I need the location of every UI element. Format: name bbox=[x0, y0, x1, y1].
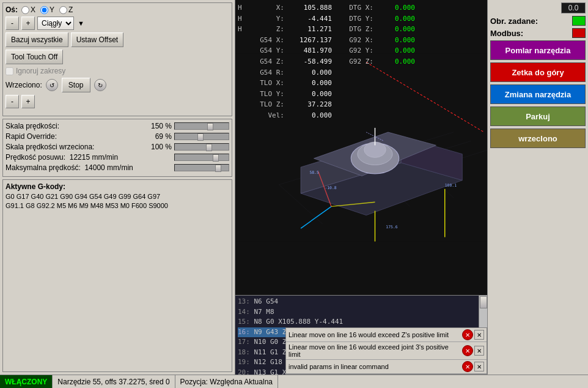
error-text-2: Linear move on line 16 would exceed join… bbox=[288, 343, 461, 358]
tool-touch-button[interactable]: Tool Touch Off bbox=[6, 50, 63, 64]
coord-row-tlox: TLO X: 0.000 bbox=[238, 78, 415, 89]
feed-thumb bbox=[213, 154, 219, 162]
speed-slider-2[interactable] bbox=[174, 133, 229, 140]
coord-key-tlox: TLO X: bbox=[248, 78, 284, 89]
visualization-area: 58.5 -10.8 175.6 100.1 H X: 105.888 DTG … bbox=[235, 0, 487, 295]
zmiana-button[interactable]: Zmiana narzędzia bbox=[490, 84, 586, 104]
error-close-1[interactable]: ✕ bbox=[462, 329, 473, 340]
speed-row-1: Skala prędkości: 150 % bbox=[6, 122, 229, 130]
wrzeciono-plus-button[interactable]: + bbox=[21, 95, 35, 108]
svg-text:58.5: 58.5 bbox=[309, 170, 319, 175]
coord-val-tloz: 37.228 bbox=[289, 99, 332, 110]
left-panel: Oś: X Y Z - + Ciągły bbox=[0, 0, 235, 375]
coord-key-tloy: TLO Y: bbox=[248, 89, 284, 100]
modbus-row: Modbus: bbox=[490, 28, 586, 38]
speed-thumb-2 bbox=[197, 133, 204, 141]
minus-button[interactable]: - bbox=[6, 17, 19, 30]
coord-val2-g54z: 0.000 bbox=[378, 56, 415, 67]
coord-val-tloy: 0.000 bbox=[289, 89, 332, 100]
feed-label: Prędkość posuwu: 12215 mm/min bbox=[6, 153, 174, 162]
wrzeciono-label: Wrzeciono: bbox=[6, 81, 42, 89]
pomlar-button[interactable]: Pomlar narzędzia bbox=[490, 40, 586, 60]
bazuj-button[interactable]: Bazuj wszystkie bbox=[6, 32, 68, 47]
speed-slider-3[interactable] bbox=[174, 143, 229, 151]
coord-val-g54r: 0.000 bbox=[289, 67, 332, 78]
error-x-1[interactable]: ✕ bbox=[474, 330, 484, 340]
speed-slider-1[interactable] bbox=[174, 122, 229, 130]
coord-prefix-g54z bbox=[238, 56, 243, 67]
axis-z-radio[interactable] bbox=[59, 6, 67, 14]
ustaw-button[interactable]: Ustaw Offset bbox=[71, 32, 123, 47]
speed-value-2: 69 % bbox=[141, 132, 172, 141]
wrzeciono-right-icon[interactable]: ↻ bbox=[94, 79, 106, 91]
svg-text:175.6: 175.6 bbox=[386, 225, 397, 229]
coord-prefix-tloy bbox=[238, 89, 243, 100]
coord-val2-hz: 0.000 bbox=[378, 24, 415, 35]
coord-prefix-vel bbox=[238, 110, 243, 121]
coord-val-hz: 11.271 bbox=[289, 24, 332, 35]
wrzeciono-minus-button[interactable]: - bbox=[6, 95, 19, 108]
wrzeclono-button[interactable]: wrzeclono bbox=[490, 129, 586, 148]
coord-key-tloz: TLO Z: bbox=[248, 99, 284, 110]
coord-row-g54x: G54 X: 1267.137 G92 X: 0.000 bbox=[238, 35, 415, 46]
coord-key-vel: Vel: bbox=[248, 110, 284, 121]
axis-x-radio[interactable] bbox=[21, 6, 29, 14]
coord-prefix-g54y bbox=[238, 45, 243, 56]
code-line-15: 15: N8 G0 X105.888 Y-4.441 bbox=[238, 317, 476, 327]
parkuj-button[interactable]: Parkuj bbox=[490, 106, 586, 126]
speed-section: Skala prędkości: 150 % Rapid Override: 6… bbox=[2, 119, 232, 177]
coord-key2-g54y: G92 Y: bbox=[337, 45, 373, 56]
coord-prefix-hy: H bbox=[238, 13, 243, 24]
coord-key-g54r: G54 R: bbox=[248, 67, 284, 78]
coord-val-hx: 105.888 bbox=[289, 2, 332, 13]
coord-val-g54z: -58.499 bbox=[289, 56, 332, 67]
coord-key-hz: Z: bbox=[248, 24, 284, 35]
coord-val2-hx: 0.000 bbox=[378, 2, 415, 13]
coord-key2-hy: DTG Y: bbox=[337, 13, 373, 24]
coord-prefix-tloz bbox=[238, 99, 243, 110]
coord-row-hx: H X: 105.888 DTG X: 0.000 bbox=[238, 2, 415, 13]
zetka-button[interactable]: Zetka do góry bbox=[490, 62, 586, 82]
max-slider[interactable] bbox=[174, 164, 229, 171]
wrzeciono-left-icon[interactable]: ↺ bbox=[46, 79, 58, 91]
coord-row-vel: Vel: 0.000 bbox=[238, 110, 415, 121]
status-label: WŁĄCZONY bbox=[5, 378, 47, 386]
mode-select[interactable]: Ciągły bbox=[37, 17, 74, 30]
error-close-3[interactable]: ✕ bbox=[462, 361, 473, 372]
max-speed-row: Maksymalna prędkość: 14000 mm/min bbox=[6, 163, 229, 172]
status-bar: WŁĄCZONY Narzędzie 55, offs 37.2275, śre… bbox=[0, 375, 588, 388]
coord-prefix-hz: H bbox=[238, 24, 243, 35]
speed-value-3: 100 % bbox=[141, 143, 172, 151]
stop-button[interactable]: Stop bbox=[62, 78, 90, 92]
max-label: Maksymalna prędkość: 14000 mm/min bbox=[6, 163, 174, 172]
position-label: Pozycja: Względna Aktualna bbox=[180, 378, 273, 386]
top-indicator: 0.0 bbox=[490, 2, 586, 13]
gcode-section: Aktywne G-kody: G0 G17 G40 G21 G90 G94 G… bbox=[2, 179, 232, 372]
ignoruj-checkbox bbox=[6, 67, 13, 75]
coord-key2-g54z: G92 Z: bbox=[337, 56, 373, 67]
error-row-1: Linear move on line 16 would exceed Z's … bbox=[286, 328, 487, 342]
obr-row: Obr. zadane: bbox=[490, 16, 586, 26]
coords-overlay: H X: 105.888 DTG X: 0.000 H Y: -4.441 DT… bbox=[238, 2, 415, 121]
speed-row-3: Skala prędkości wrzeciona: 100 % bbox=[6, 143, 229, 151]
coord-val2-g54y: 0.000 bbox=[378, 45, 415, 56]
error-x-3[interactable]: ✕ bbox=[474, 362, 484, 371]
error-close-2[interactable]: ✕ bbox=[462, 345, 473, 356]
coord-val2-g54x: 0.000 bbox=[378, 35, 415, 46]
tool-info-label: Narzędzie 55, offs 37.2275, śred 0 bbox=[57, 378, 169, 386]
error-x-2[interactable]: ✕ bbox=[474, 346, 484, 356]
axis-x-label[interactable]: X bbox=[21, 6, 35, 14]
speed-label-2: Rapid Override: bbox=[6, 132, 141, 141]
speed-thumb-1 bbox=[207, 123, 213, 130]
error-panel: Linear move on line 16 would exceed Z's … bbox=[285, 327, 487, 375]
modbus-label: Modbus: bbox=[490, 29, 568, 38]
plus-button[interactable]: + bbox=[21, 17, 35, 30]
speed-label-3: Skala prędkości wrzeciona: bbox=[6, 143, 141, 151]
status-włączony: WŁĄCZONY bbox=[0, 375, 53, 388]
axis-y-label[interactable]: Y bbox=[40, 6, 54, 14]
axis-y-radio[interactable] bbox=[40, 6, 48, 14]
axis-z-label[interactable]: Z bbox=[59, 6, 73, 14]
speed-thumb-3 bbox=[206, 144, 212, 151]
speed-row-2: Rapid Override: 69 % bbox=[6, 132, 229, 141]
feed-slider[interactable] bbox=[174, 154, 229, 161]
